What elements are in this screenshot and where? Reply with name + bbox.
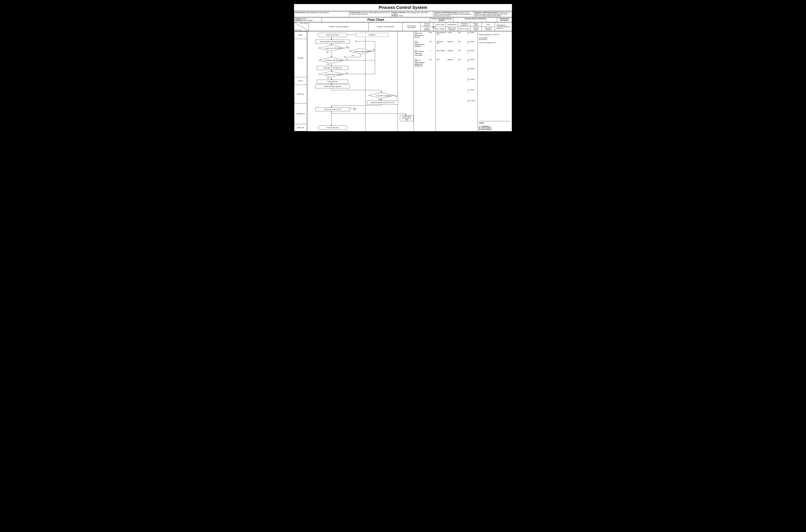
label-no-1: NO: [346, 46, 348, 48]
step-time-label: Step / Time: [295, 29, 301, 31]
partners-label: Partners:: [392, 15, 399, 17]
node-review-proj: Review projects in production pipe line.: [315, 40, 350, 43]
lane-header: Dept / Person Step / Time DISTRICT VALUE…: [294, 22, 512, 31]
process-name-label: Process Name:: [295, 12, 306, 13]
header-row: Input(s): ProjectsSupplier(s): Work Prog…: [294, 17, 512, 22]
label-no-4: NO: [346, 72, 348, 74]
label-yes-5: YES: [378, 99, 381, 100]
decision-quality: project a quality candidate?: [349, 48, 376, 55]
cl-label: Control Limits: [434, 22, 446, 27]
label-no-3: NO: [346, 59, 348, 60]
pq-header: Process and Quality Measures (QA/QC): [430, 17, 454, 22]
qm-label: Quality Measures: [421, 27, 434, 31]
inputs: Projects: [301, 18, 306, 19]
ci-label: Checking Item: [446, 22, 458, 27]
node-approve: Approve work plan and return to DVE: [367, 100, 398, 104]
decision-window: VE window in this fiscal year?: [319, 57, 349, 63]
label-no-5: NO: [395, 96, 397, 97]
reg-req-label: Regulator's Valid Requirement(s):: [475, 12, 498, 13]
meta-table: Process Name: Value Engineering Project …: [294, 11, 512, 17]
label-yes-1: YES: [326, 52, 328, 53]
dlr-label: Date of last Review: [482, 27, 495, 31]
label-yes-2: YES: [351, 55, 354, 56]
label-yes-4: YES: [327, 77, 329, 79]
suppliers-label: Supplier(s):: [295, 19, 303, 21]
page-title: Process Control System: [294, 4, 512, 11]
step-review: REVIEW: [294, 39, 307, 77]
decision-cost: project costs > $20 million?: [319, 45, 349, 52]
lane-sve: STATE VALUE ENGINEER: [403, 22, 421, 31]
product-label: Product/Service:: [350, 12, 362, 13]
flowchart-canvas: Need VE Work Plan Feedback Review projec…: [307, 31, 414, 131]
inputs-label: Input(s):: [295, 18, 301, 19]
misc-text: Federal Regulation 23 CFR 627 VE Procedu…: [479, 34, 511, 43]
decision-acceptable: Is work plan acceptable?: [368, 93, 399, 99]
node-exec: Execute work plan: [318, 126, 347, 130]
dept-person-label: Dept / Person: [300, 23, 308, 24]
codes: CODES: C - Compliance NC- Noncompliant B…: [479, 121, 511, 130]
cm-header: Checking / Measure Monitoring: [454, 17, 497, 22]
primary-customers-label: Primary Customers:: [392, 12, 406, 13]
step-execute: EXECUTE: [294, 124, 307, 131]
step-draft: DRAFT: [294, 77, 307, 85]
node-need: Need VE Work Plan: [318, 33, 347, 37]
and-label: And: [432, 26, 436, 28]
node-compile: Compile plans and publish on Web: [400, 115, 414, 121]
label-yes-3: YES: [327, 63, 329, 65]
node-send: Send copy of plan to SVE: [315, 107, 350, 111]
step-need: NEED: [294, 32, 307, 39]
pm-label: Process Measures: [424, 23, 430, 26]
flowchart-title: Flow Chart: [322, 17, 430, 22]
connector-p1: P1: [353, 107, 356, 110]
node-draft: Draft Work Plan: [317, 80, 348, 83]
partners: FHWA: [399, 15, 403, 17]
step-approval: APPROVAL: [294, 85, 307, 104]
wnc-label: When to check?: [458, 27, 471, 31]
suppliers: Work Program: [303, 19, 313, 21]
misc-items: - Abbreviations - Procedure Reference - …: [495, 22, 512, 31]
misc-header: Miscellaneous Information: [497, 17, 512, 22]
lane-dm: DISTRICT MANAGEMENT: [369, 22, 403, 31]
decision-all-reviewed: all projects been reviewed?: [319, 71, 349, 78]
tf-label: Timeframe (Frequency): [458, 22, 471, 27]
node-feedback: Feedback: [356, 33, 388, 37]
step-distribute: DISTRIBUTE: [294, 104, 307, 124]
checking-col: Received Work PlanAnnualSVED1: 1/2009 CV…: [436, 31, 478, 131]
lane-dve: DISTRICT VALUE ENGINEER: [309, 22, 369, 31]
qar-label: QAR: [482, 22, 495, 27]
page: Process Control System Process Name: Val…: [294, 4, 512, 132]
wtc-label: What is to be checked?: [446, 27, 458, 31]
body-table: NEED REVIEW DRAFT APPROVAL DISTRIBUTE EX…: [294, 31, 512, 131]
rs-label: Respon- sibility: [471, 22, 482, 27]
node-submit: Submit work plan approval: [315, 84, 350, 88]
wwc-label: Who will check?: [471, 27, 482, 31]
measures-col: P1% work plans approved by July 1100%Q1%…: [414, 31, 436, 131]
process-name: Value Engineering Project Selection: [306, 12, 329, 13]
node-add: Add project to Candidate List: [317, 66, 348, 70]
misc-col: Federal Regulation 23 CFR 627 VE Procedu…: [478, 31, 512, 131]
label-no-2: NO: [372, 49, 375, 51]
cust-req-label: Customer's Valid Requirement(s):: [434, 12, 457, 13]
